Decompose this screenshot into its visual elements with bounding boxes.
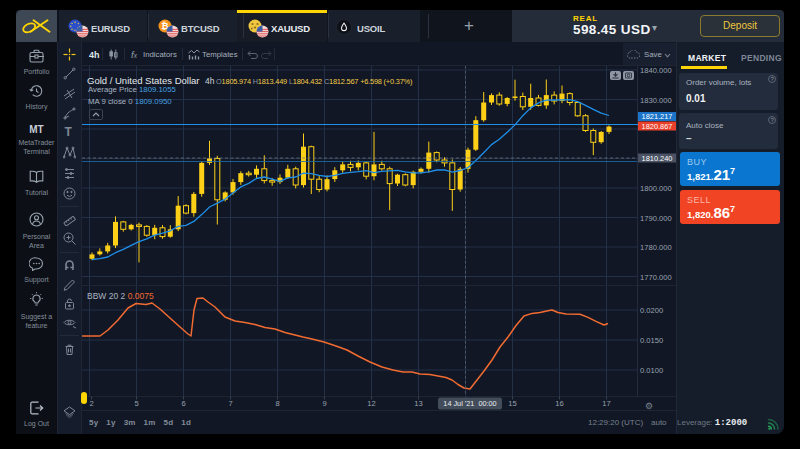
svg-text:12: 12	[367, 399, 375, 408]
svg-text:1821.217: 1821.217	[642, 112, 673, 121]
svg-text:1770.000: 1770.000	[640, 273, 672, 282]
svg-text:16: 16	[555, 399, 563, 408]
svg-text:0.0100: 0.0100	[640, 366, 663, 375]
svg-text:5: 5	[134, 399, 138, 408]
svg-text:0.0200: 0.0200	[640, 306, 663, 315]
svg-text:9: 9	[322, 399, 326, 408]
svg-text:1840.000: 1840.000	[640, 66, 672, 75]
svg-text:1820.867: 1820.867	[642, 122, 673, 131]
svg-text:1780.000: 1780.000	[640, 243, 672, 252]
svg-text:14 Jul '21 00:00: 14 Jul '21 00:00	[443, 399, 496, 408]
svg-text:2: 2	[89, 399, 93, 408]
svg-text:15: 15	[508, 399, 516, 408]
svg-text:17: 17	[602, 399, 610, 408]
svg-text:1810.240: 1810.240	[642, 154, 673, 163]
svg-text:1830.000: 1830.000	[640, 96, 672, 105]
svg-text:13: 13	[414, 399, 422, 408]
svg-text:8: 8	[275, 399, 279, 408]
svg-text:6: 6	[181, 399, 185, 408]
svg-text:0.0150: 0.0150	[640, 336, 663, 345]
svg-text:1800.000: 1800.000	[640, 184, 672, 193]
svg-text:7: 7	[228, 399, 232, 408]
svg-text:1790.000: 1790.000	[640, 214, 672, 223]
